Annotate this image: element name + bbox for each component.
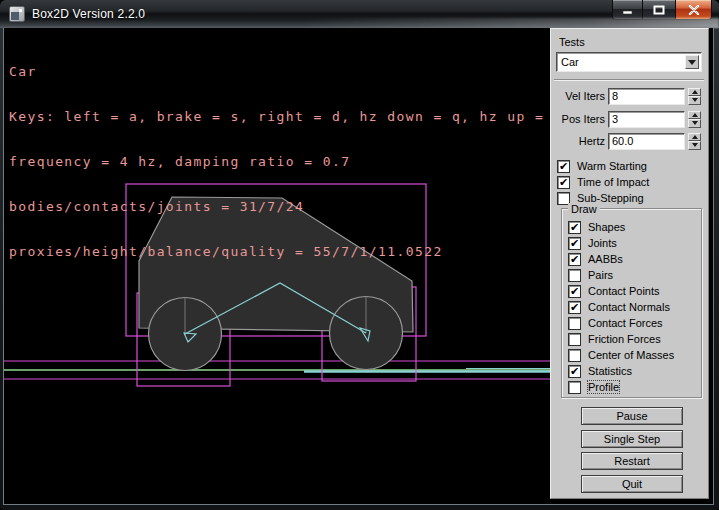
spinner-up-icon (692, 90, 698, 94)
spinner-up-icon (692, 113, 698, 117)
checkbox-time-of-impact[interactable]: ✔ Time of Impact (557, 175, 649, 189)
hertz-spin-down-button[interactable] (688, 141, 701, 150)
checkbox-box[interactable] (568, 269, 581, 282)
spinner-down-icon (692, 121, 698, 125)
checkbox-box[interactable]: ✔ (557, 160, 570, 173)
checkbox-statistics[interactable]: ✔ Statistics (568, 364, 632, 378)
restart-button[interactable]: Restart (581, 452, 683, 470)
checkbox-contact-forces[interactable]: Contact Forces (568, 316, 663, 330)
checkbox-aabbs[interactable]: ✔ AABBs (568, 252, 623, 266)
stats-overlay: Car Keys: left = a, brake = s, right = d… (9, 34, 563, 289)
simulation-canvas[interactable]: Car Keys: left = a, brake = s, right = d… (4, 28, 550, 503)
checkbox-label[interactable]: Contact Forces (588, 317, 663, 329)
checkbox-label[interactable]: Warm Starting (577, 160, 647, 172)
tests-combobox-value: Car (561, 56, 579, 68)
maximize-icon (653, 5, 665, 15)
checkbox-label[interactable]: AABBs (588, 253, 623, 265)
checkbox-joints[interactable]: ✔ Joints (568, 236, 617, 250)
quit-button[interactable]: Quit (581, 475, 683, 493)
checkbox-box[interactable]: ✔ (568, 237, 581, 250)
single-step-button[interactable]: Single Step (581, 430, 683, 448)
checkbox-label[interactable]: Center of Masses (588, 349, 674, 361)
pos-iters-row: Pos Iters (551, 110, 701, 128)
panel-separator (554, 79, 704, 81)
stat-line-frequency: frequency = 4 hz, damping ratio = 0.7 (9, 154, 563, 169)
checkbox-friction-forces[interactable]: Friction Forces (568, 332, 661, 346)
app-icon-glyph (11, 12, 19, 20)
checkbox-box[interactable]: ✔ (568, 365, 581, 378)
checkbox-contact-points[interactable]: ✔ Contact Points (568, 284, 660, 298)
checkbox-label[interactable]: Pairs (588, 269, 613, 281)
tests-label: Tests (559, 36, 585, 48)
vel-iters-spinner (688, 88, 701, 105)
stat-line-proxies: proxies/height/balance/quality = 55/7/1/… (9, 244, 563, 259)
checkbox-box[interactable]: ✔ (568, 221, 581, 234)
checkbox-box[interactable] (568, 317, 581, 330)
checkbox-center-of-masses[interactable]: Center of Masses (568, 348, 674, 362)
pos-iters-spin-up-button[interactable] (688, 111, 701, 120)
checkbox-label[interactable]: Shapes (588, 221, 625, 233)
combo-arrow-button[interactable] (685, 55, 699, 69)
hertz-spin-up-button[interactable] (688, 133, 701, 142)
draw-groupbox: Draw ✔ Shapes ✔ Joints ✔ AABBs Pairs (561, 208, 702, 398)
stat-line-test-name: Car (9, 64, 563, 79)
spinner-down-icon (692, 98, 698, 102)
checkbox-label[interactable]: Friction Forces (588, 333, 661, 345)
spinner-down-icon (692, 143, 698, 147)
vel-iters-label: Vel Iters (551, 90, 605, 102)
stat-line-bodies: bodies/contacts/joints = 31/7/24 (9, 199, 563, 214)
checkbox-shapes[interactable]: ✔ Shapes (568, 220, 625, 234)
pos-iters-spin-down-button[interactable] (688, 119, 701, 128)
client-area: Car Keys: left = a, brake = s, right = d… (3, 28, 714, 505)
pos-iters-spinner (688, 111, 701, 128)
hertz-input[interactable] (608, 133, 685, 150)
hertz-spinner (688, 133, 701, 150)
checkbox-box[interactable]: ✔ (557, 176, 570, 189)
close-button[interactable] (675, 0, 712, 20)
checkbox-box[interactable] (568, 333, 581, 346)
checkbox-warm-starting[interactable]: ✔ Warm Starting (557, 159, 647, 173)
checkbox-label[interactable]: Time of Impact (577, 176, 649, 188)
vel-iters-spin-up-button[interactable] (688, 88, 701, 97)
draw-group-label: Draw (568, 203, 600, 215)
checkbox-box[interactable] (568, 349, 581, 362)
stat-line-keys: Keys: left = a, brake = s, right = d, hz… (9, 109, 563, 124)
window-title: Box2D Version 2.2.0 (32, 7, 145, 21)
hertz-row: Hertz (551, 132, 701, 150)
vel-iters-spin-down-button[interactable] (688, 96, 701, 105)
maximize-button[interactable] (643, 0, 675, 20)
app-window: Box2D Version 2.2.0 (0, 0, 719, 510)
checkbox-box[interactable]: ✔ (568, 253, 581, 266)
checkbox-profile[interactable]: Profile (568, 380, 619, 394)
pause-button[interactable]: Pause (581, 407, 683, 425)
checkbox-box[interactable]: ✔ (568, 285, 581, 298)
vel-iters-input[interactable] (608, 88, 685, 105)
minimize-button[interactable] (612, 0, 643, 20)
checkbox-label[interactable]: Contact Points (588, 285, 660, 297)
checkbox-label[interactable]: Statistics (588, 365, 632, 377)
control-panel: Tests Car Vel Iters Pos Iters (550, 28, 709, 499)
tests-combobox[interactable]: Car (556, 52, 702, 72)
checkbox-label[interactable]: Profile (588, 381, 619, 393)
pos-iters-label: Pos Iters (551, 113, 605, 125)
checkbox-contact-normals[interactable]: ✔ Contact Normals (568, 300, 670, 314)
checkbox-label[interactable]: Joints (588, 237, 617, 249)
vel-iters-row: Vel Iters (551, 87, 701, 105)
checkbox-pairs[interactable]: Pairs (568, 268, 613, 282)
caption-buttons (612, 0, 712, 21)
title-bar[interactable]: Box2D Version 2.2.0 (0, 0, 719, 28)
checkbox-box[interactable] (568, 381, 581, 394)
chevron-down-icon (688, 60, 696, 65)
hertz-label: Hertz (551, 135, 605, 147)
app-icon[interactable] (9, 6, 25, 22)
close-icon (688, 5, 700, 15)
checkbox-box[interactable]: ✔ (568, 301, 581, 314)
pos-iters-input[interactable] (608, 111, 685, 128)
checkbox-label[interactable]: Contact Normals (588, 301, 670, 313)
minimize-icon (622, 5, 634, 14)
spinner-up-icon (692, 135, 698, 139)
